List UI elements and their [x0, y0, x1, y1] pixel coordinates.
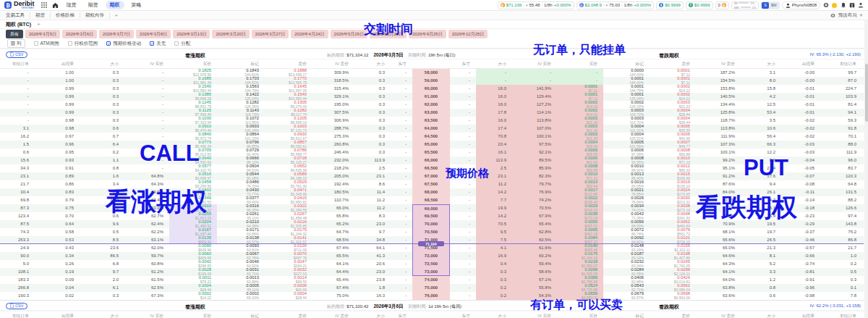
put-ask[interactable]: 0.0002$14.22 [650, 85, 696, 93]
column-header[interactable]: 卖价 [650, 61, 696, 67]
call-mark[interactable]: 0.001363.88% [217, 276, 265, 284]
put-mark[interactable]: 0.0005101.59% [603, 141, 650, 148]
tab-futures[interactable]: 期货 [30, 12, 51, 19]
put-ask[interactable]: 0.0698$4,963.06 [650, 292, 696, 300]
column-header[interactable]: 大小 [80, 61, 124, 67]
call-mark[interactable]: 0.0864101.33% [217, 133, 265, 141]
put-ask[interactable]: 0.0001$7.11 [650, 77, 696, 85]
nav-strategy[interactable]: 策略 [127, 1, 146, 9]
call-mark[interactable]: 0.048676.33% [217, 180, 265, 188]
put-bid[interactable]: 0.0140$995.46 [557, 244, 603, 252]
call-mark[interactable]: 0.1282126.36% [217, 101, 265, 109]
call-ask[interactable]: 0.1305$9,279.43 [265, 101, 312, 109]
column-header[interactable]: 卖价 [265, 61, 312, 67]
expiry-chip[interactable]: 2026年3月8日 [136, 30, 171, 38]
call-mark[interactable]: 0.1563144.79% [217, 85, 265, 93]
column-header[interactable]: 未结订单 [0, 313, 35, 318]
put-mark[interactable]: 0.0002126.33% [603, 101, 650, 109]
filter-distribution[interactable]: 分配 [174, 41, 190, 47]
expiry-chip[interactable]: 2026年3月13日 [173, 30, 210, 38]
put-ask[interactable]: 0.0004$28.44 [650, 117, 696, 125]
call-bid[interactable]: 0.0204$1,450.52 [169, 220, 217, 228]
put-mark[interactable]: 0.0004105.51% [603, 133, 650, 141]
put-bid[interactable]: 0.0050$355.52 [557, 220, 603, 228]
call-bid[interactable]: 0.0090$639.96 [169, 244, 217, 252]
column-header[interactable]: 头寸 [391, 313, 412, 318]
column-header[interactable]: 大小 [741, 61, 781, 67]
call-bid[interactable]: 0.1540$10,950.44 [169, 85, 217, 93]
call-mark[interactable]: 0.026165.11% [217, 212, 265, 220]
put-bid[interactable]: 0.0029$206.20 [557, 204, 603, 212]
user-icon[interactable] [857, 2, 864, 9]
column-header[interactable]: 大小 [741, 313, 781, 318]
call-bid[interactable]: 0.1125$7,999.45 [169, 109, 217, 117]
put-ask[interactable]: 0.0038$270.19 [650, 204, 696, 212]
call-mark[interactable]: 0.031666.25% [217, 204, 265, 212]
call-ask[interactable]: 0.0014$99.55 [265, 276, 312, 284]
nav-options[interactable]: 期权 [106, 1, 124, 9]
call-ask[interactable]: 0.0004$28.44 [265, 292, 312, 300]
home-icon[interactable] [51, 1, 59, 9]
put-bid[interactable]: 0.0389$2,765.95 [557, 276, 603, 284]
column-header[interactable]: 买价 [557, 313, 603, 318]
put-mark[interactable]: 0.004371.36% [603, 212, 650, 220]
filter-around-atm[interactable]: ATM周围 [34, 41, 59, 47]
column-header[interactable]: 卖价 [650, 313, 696, 318]
put-ask[interactable]: 0.0008$56.88 [650, 148, 696, 156]
call-bid[interactable]: 0.1825$12,978.90 [169, 69, 217, 77]
column-header[interactable]: Δ|现量 [781, 313, 820, 318]
call-mark[interactable]: 0.1143118.73% [217, 109, 265, 117]
call-bid[interactable]: 0.0167$1,187.44 [169, 228, 217, 236]
put-bid[interactable]: 0.0003$21.33 [557, 133, 603, 141]
call-mark[interactable]: 0.000269.20% [217, 292, 265, 300]
put-bid[interactable]: 0.0268$1,905.59 [557, 268, 603, 276]
call-mark[interactable]: 0.006763.78% [217, 252, 265, 260]
call-mark[interactable]: 0.003163.71% [217, 268, 265, 276]
call-mark[interactable]: 0.060484.01% [217, 164, 265, 172]
call-mark[interactable]: 0.1843144.81% [217, 69, 265, 77]
expiry-date-bottom[interactable]: 2026年3月6日 [373, 304, 403, 310]
put-ask[interactable]: 0.0007$49.77 [650, 141, 696, 148]
gift-box-icon[interactable] [848, 2, 855, 9]
call-ask[interactable]: 0.0652$4,635.98 [265, 164, 312, 172]
put-ask[interactable]: 0.0155$1,102.11 [650, 244, 696, 252]
put-ask[interactable]: 0.0012$85.33 [650, 164, 696, 172]
put-ask[interactable]: 0.0015$106.66 [650, 172, 696, 180]
call-mark[interactable]: 0.004663.62% [217, 260, 265, 268]
put-mark[interactable]: 0.005668.93% [603, 220, 650, 228]
call-ask[interactable]: 0.0529$3,761.40 [265, 180, 312, 188]
deribit-logo[interactable]: ₿ Deribit TESTNET [4, 1, 35, 9]
put-mark[interactable]: 0.0001144.43% [603, 77, 650, 85]
column-header[interactable]: 大小 [354, 313, 391, 318]
put-ask[interactable]: 0.0003$21.33 [650, 101, 696, 109]
add-instrument-button[interactable]: + [37, 21, 41, 28]
put-ask[interactable]: 0.0004$28.44 [650, 109, 696, 117]
put-ask[interactable]: 0.0048$341.30 [650, 212, 696, 220]
put-bid[interactable]: 0.0175$1,244.32 [557, 252, 603, 260]
call-bid[interactable]: 0.1245$8,852.79 [169, 101, 217, 109]
put-mark[interactable]: 0.028462.95% [603, 268, 650, 276]
expiry-chip[interactable]: 2026年3月20日 [212, 30, 249, 38]
put-bid[interactable]: 0.0003$21.33 [557, 125, 603, 133]
column-header[interactable]: IV 买价 [512, 313, 557, 318]
column-header[interactable]: 卖价 [265, 313, 312, 318]
put-bid[interactable]: 0.0002$14.22 [557, 109, 603, 117]
nav-futures[interactable]: 期货 [84, 1, 103, 9]
csv-export-button[interactable]: CSV [6, 51, 27, 58]
put-bid[interactable]: 0.0017$120.88 [557, 188, 603, 196]
put-ask[interactable]: 0.0198$1,407.86 [650, 252, 696, 260]
put-mark[interactable]: 0.001089.92% [603, 164, 650, 172]
call-ask[interactable]: 0.0930$6,612.67 [265, 133, 312, 141]
call-ask[interactable]: 0.0267$1,898.48 [265, 212, 312, 220]
put-bid[interactable]: 0.0002$14.22 [557, 101, 603, 109]
put-ask[interactable]: 0.0024$170.65 [650, 188, 696, 196]
filter-usd[interactable]: ✓美元 [150, 41, 166, 47]
put-mark[interactable]: 0.001386.40% [603, 172, 650, 180]
put-ask[interactable]: 0.0019$135.10 [650, 180, 696, 188]
call-ask[interactable]: 0.0718$5,105.27 [265, 156, 312, 164]
put-bid[interactable]: 0.0065$462.18 [557, 228, 603, 236]
column-header[interactable]: IV 卖价 [312, 313, 354, 318]
expiry-chip[interactable]: 2026年5月29日 [331, 30, 367, 38]
put-mark[interactable]: 0.007266.74% [603, 228, 650, 236]
column-header[interactable]: 大小 [476, 61, 512, 67]
